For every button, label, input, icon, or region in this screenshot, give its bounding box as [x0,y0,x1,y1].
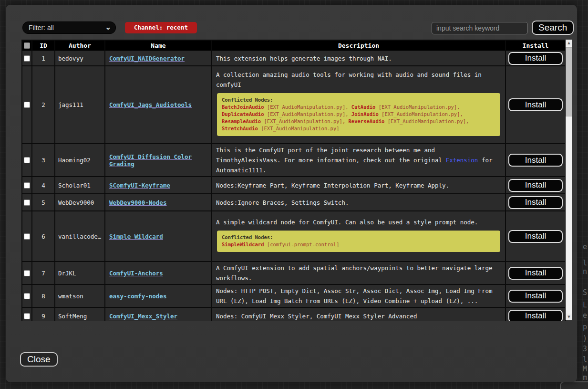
conflict-source: [EXT_AudioManipulation.py] [261,118,342,124]
conflict-node: StretchAudio [222,126,258,131]
channel-badge: Channel: recent [125,22,197,33]
row-checkbox[interactable] [24,313,30,319]
conflict-node: BatchJoinAudio [222,104,264,110]
conflict-separator: , [342,118,349,124]
row-author: vanillacode… [55,211,105,262]
select-all-checkbox[interactable] [24,42,30,49]
conflict-node: DuplicateAudio [222,111,264,117]
extension-name-link[interactable]: ComfyUI_Jags_Audiotools [109,101,192,108]
extension-name-link[interactable]: ComfyUI_NAIDGenerator [109,55,185,62]
background-text-fragment: M [583,365,587,373]
conflict-body: BatchJoinAudio [EXT_AudioManipulation.py… [222,104,495,132]
row-checkbox[interactable] [24,157,30,163]
conflict-source: [EXT_AudioManipulation.py] [375,104,457,110]
row-checkbox[interactable] [24,270,30,276]
install-button[interactable]: Install [508,230,563,243]
row-description: This is the ComfyUI port of the joint re… [216,145,501,175]
install-button[interactable]: Install [508,310,563,322]
conflict-source: [EXT_AudioManipulation.py] [379,111,460,117]
filter-select[interactable]: Filter: all [22,21,116,34]
conflict-source: [EXT_AudioManipulation.py] [258,126,340,131]
scrollbar-thumb[interactable] [566,47,572,116]
background-text-fragment: ) [583,334,587,343]
col-header-name: Name [105,40,212,51]
conflict-node: ResampleAudio [222,118,261,124]
row-checkbox[interactable] [24,182,30,189]
scroll-down-button[interactable]: ▼ [566,314,572,320]
conflict-title: Conflicted Nodes: [222,96,495,104]
row-checkbox[interactable] [24,102,30,108]
row-author: Scholar01 [55,177,105,194]
extension-name-link[interactable]: Simple Wildcard [109,233,163,240]
extensions-table-zone: ID Author Name Description Install 1 bed… [21,40,573,321]
extension-name-link[interactable]: ComfyUI Diffusion Color Grading [109,153,192,168]
col-header-description: Description [212,40,505,51]
row-author: Haoming02 [55,144,105,177]
table-row: 8 wmatson easy-comfy-nodes Nodes: HTTP P… [22,284,566,307]
conflict-source: [comfyui-prompt-control] [264,242,340,247]
scroll-up-button[interactable]: ▲ [566,40,572,46]
row-id: 8 [32,284,55,307]
conflict-separator: , [345,111,351,117]
background-text-fragment: e [583,242,587,251]
install-button[interactable]: Install [508,154,563,167]
row-checkbox[interactable] [24,233,30,240]
row-checkbox[interactable] [24,200,30,206]
background-text-fragment: S [583,288,587,297]
description-extension-link[interactable]: Extension [446,157,478,164]
background-text-fragment: n [583,267,587,276]
conflict-separator: , [466,118,469,124]
extensions-table: ID Author Name Description Install 1 bed… [21,40,566,321]
row-author: DrJKL [55,262,105,284]
row-description: A collection amazing audio tools for wor… [216,70,501,90]
background-text-fragment: L [583,301,587,309]
install-button[interactable]: Install [508,196,563,209]
table-row: 1 bedovyy ComfyUI_NAIDGenerator This ext… [22,51,566,66]
extension-name-link[interactable]: SComfyUI-Keyframe [109,182,170,189]
background-text-fragment: 3 [583,345,587,353]
install-button[interactable]: Install [508,179,563,192]
table-row: 3 Haoming02 ComfyUI Diffusion Color Grad… [22,144,566,177]
row-id: 9 [32,307,55,321]
row-description: Nodes:Ignore Braces, Settings Switch. [216,198,501,208]
search-button[interactable]: Search [532,21,574,35]
background-panel-corner [560,381,588,389]
install-button[interactable]: Install [508,290,563,303]
conflict-separator: , [460,111,463,117]
row-checkbox[interactable] [24,55,30,62]
row-id: 1 [32,51,55,66]
background-text-fragment: m [583,373,587,382]
row-description: Nodes:Keyframe Part, Keyframe Interpolat… [216,180,501,190]
extension-name-link[interactable]: ComfyUI-Anchors [109,270,163,277]
table-row: 6 vanillacode… Simple Wildcard A simple … [22,211,566,262]
install-button[interactable]: Install [508,52,563,65]
background-text-fragment: l [583,259,587,267]
install-button[interactable]: Install [508,267,563,280]
close-button[interactable]: Close [20,352,58,367]
col-header-author: Author [55,40,105,51]
background-text-fragment: p [583,323,587,331]
extension-name-link[interactable]: easy-comfy-nodes [109,293,166,300]
install-button[interactable]: Install [508,98,563,111]
row-author: SoftMeng [55,307,105,321]
conflict-body: SimpleWildcard [comfyui-prompt-control] [222,241,495,248]
table-scrollbar[interactable]: ▲ ▼ [566,40,572,320]
conflict-separator: , [457,104,460,110]
row-id: 7 [32,262,55,284]
filter-select-wrap: Filter: all ⌄ [22,21,116,34]
conflict-title: Conflicted Nodes: [222,234,495,241]
search-input[interactable] [432,22,528,34]
row-description: Nodes: HTTP POST, Empty Dict, Assoc Str,… [216,286,501,306]
extension-name-link[interactable]: WebDev9000-Nodes [109,199,166,206]
conflicted-nodes-warning: Conflicted Nodes: BatchJoinAudio [EXT_Au… [217,93,500,136]
conflict-source: [EXT_AudioManipulation.py] [384,118,466,124]
table-row: 7 DrJKL ComfyUI-Anchors A ComfyUI extens… [22,262,566,284]
row-description: Nodes: ComfyUI Mexx Styler, ComfyUI Mexx… [216,311,501,321]
row-checkbox[interactable] [24,293,30,299]
extension-name-link[interactable]: ComfyUI_Mexx_Styler [109,313,177,320]
row-author: jags111 [55,66,105,144]
row-id: 4 [32,177,55,194]
conflict-node: JoinAudio [351,111,379,117]
table-row: 2 jags111 ComfyUI_Jags_Audiotools A coll… [22,66,566,144]
background-text-fragment: e [583,311,587,320]
